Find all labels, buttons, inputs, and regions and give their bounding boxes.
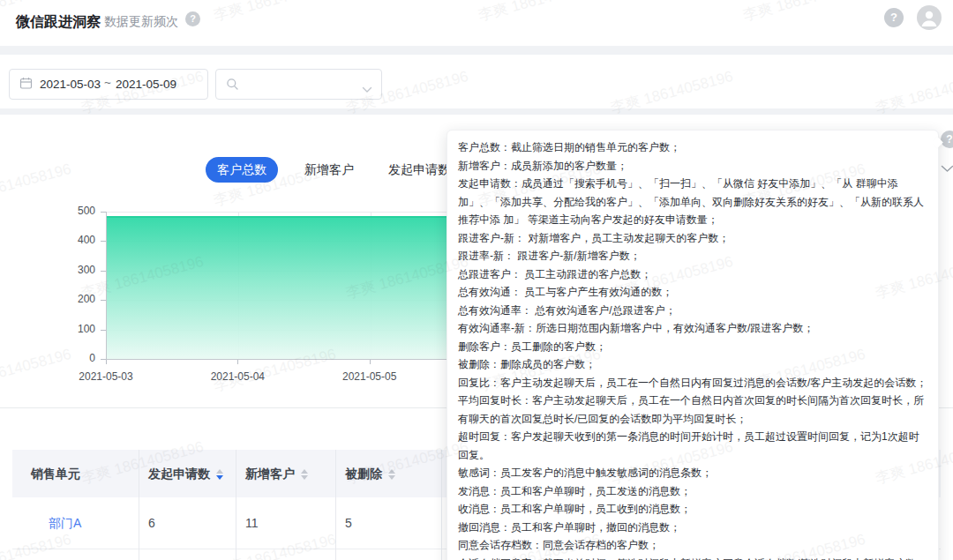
date-start-value: 2021-05-03 xyxy=(40,70,101,99)
metric-definition: 总有效沟通： 员工与客户产生有效沟通的数； xyxy=(458,283,927,302)
x-tick-label: 2021-05-03 xyxy=(79,370,132,383)
x-tick-mark xyxy=(106,360,107,364)
x-tick-mark xyxy=(370,360,371,364)
filter-bar: 2021-05-03 ~ 2021-05-09 xyxy=(0,55,953,108)
sort-desc-caret xyxy=(388,475,395,480)
metric-definition: 撤回消息：员工和客户单聊时，撤回的消息数； xyxy=(458,519,927,537)
column-separator xyxy=(139,450,139,560)
metric-definition: 发起申请数：成员通过「搜索手机号」、「扫一扫」、「从微信 好友中添加」、「从 群… xyxy=(458,175,927,229)
metric-definition: 被删除：删除成员的客户数； xyxy=(458,355,927,374)
sort-icon[interactable] xyxy=(301,469,309,480)
tab-apply-count[interactable]: 发起申请数 xyxy=(388,157,450,183)
metric-definition: 会话存档同意率：截至当前时间，筛选时间段内新增客户同意会话存档数/筛选时间段内新… xyxy=(458,555,927,560)
table-cell: 5 xyxy=(345,497,352,549)
avatar[interactable] xyxy=(917,5,942,30)
column-separator xyxy=(236,450,236,560)
metric-definition: 新增客户：成员新添加的客户数量； xyxy=(458,157,927,175)
metric-definition: 超时回复：客户发起聊天收到的第一条消息的时间开始计时，员工超过设置时间回复，记为… xyxy=(458,428,927,464)
column-separator xyxy=(441,450,442,560)
date-range-picker[interactable]: 2021-05-03 ~ 2021-05-09 xyxy=(9,69,208,100)
unit-search-select[interactable] xyxy=(215,69,382,100)
metric-definition: 回复比：客户主动发起聊天后，员工在一个自然日内有回复过消息的会话数/客户主动发起… xyxy=(458,374,927,392)
column-header-label: 被删除 xyxy=(345,467,382,481)
chevron-down-icon xyxy=(362,81,372,97)
sort-icon[interactable] xyxy=(216,469,224,480)
date-separator: ~ xyxy=(104,68,111,97)
metric-definition: 平均回复时长：客户主动发起聊天后，员工在一个自然日内首次回复的时长间隔为首次回复… xyxy=(458,392,927,428)
collapse-chevron-icon[interactable] xyxy=(941,161,953,176)
y-tick-label: 200 xyxy=(55,293,95,305)
metric-definition: 总跟进客户： 员工主动跟进的客户总数； xyxy=(458,265,927,284)
y-tick-label: 500 xyxy=(55,205,95,217)
x-tick-label: 2021-05-04 xyxy=(211,370,265,383)
sort-asc-caret xyxy=(388,469,395,474)
column-header-label: 销售单元 xyxy=(31,467,80,481)
column-header-label: 新增客户 xyxy=(245,467,295,481)
update-frequency-label[interactable]: 数据更新频次 xyxy=(104,14,178,30)
metric-definition: 跟进客户-新： 对新增客户，员工主动发起聊天的客户数； xyxy=(458,229,927,248)
metric-definition: 客户总数：截止筛选日期的销售单元的客户数； xyxy=(458,138,927,157)
x-tick-mark xyxy=(237,360,238,364)
table-cell: 11 xyxy=(245,497,259,549)
update-frequency-help-icon[interactable]: ? xyxy=(185,11,200,26)
sort-desc-caret xyxy=(301,475,308,480)
y-tick-label: 300 xyxy=(55,264,95,276)
chart-help-icon[interactable]: ? xyxy=(941,131,953,148)
user-icon xyxy=(917,5,942,30)
sort-icon[interactable] xyxy=(388,469,396,480)
y-tick-label: 400 xyxy=(55,234,95,246)
y-tick-label: 100 xyxy=(55,323,95,335)
top-bar: 微信跟进洞察 数据更新频次 ? ? xyxy=(0,0,953,46)
calendar-icon xyxy=(19,77,33,93)
y-tick-label: 0 xyxy=(55,352,95,364)
column-header-1[interactable]: 发起申请数 xyxy=(148,450,224,497)
divider-strip xyxy=(0,46,953,55)
sort-asc-caret xyxy=(216,469,223,474)
column-header-0: 销售单元 xyxy=(31,450,80,497)
column-separator xyxy=(335,450,336,560)
metric-definition: 总有效沟通率： 总有效沟通客户/总跟进客户； xyxy=(458,302,927,320)
sort-desc-caret xyxy=(216,475,223,480)
table-cell: 6 xyxy=(148,497,155,549)
tab-new-customer[interactable]: 新增客户 xyxy=(304,157,354,183)
metric-definition: 同意会话存档数：同意会话存档的客户数； xyxy=(458,536,927,555)
metric-definition: 有效沟通率-新：所选日期范围内新增客户中，有效沟通客户数/跟进客户数； xyxy=(458,319,927,338)
column-header-3[interactable]: 被删除 xyxy=(345,450,396,497)
search-icon xyxy=(226,78,239,94)
sales-unit-link[interactable]: 部门A xyxy=(49,497,81,549)
metric-definition: 删除客户：员工删除的客户数； xyxy=(458,338,927,356)
metric-definitions-tooltip: 客户总数：截止筛选日期的销售单元的客户数；新增客户：成员新添加的客户数量；发起申… xyxy=(446,130,939,560)
tab-customer-total[interactable]: 客户总数 xyxy=(206,157,278,183)
metric-definition: 敏感词：员工发客户的消息中触发敏感词的消息条数； xyxy=(458,464,927,482)
metric-definition: 收消息：员工和客户单聊时，员工收到的消息数； xyxy=(458,500,927,519)
column-header-2[interactable]: 新增客户 xyxy=(245,450,309,497)
metric-definition: 跟进率-新： 跟进客户-新/新增客户数； xyxy=(458,247,927,265)
date-end-value: 2021-05-09 xyxy=(116,70,176,99)
help-icon[interactable]: ? xyxy=(884,8,904,27)
divider-strip xyxy=(0,108,953,115)
metric-definition: 发消息：员工和客户单聊时，员工发送的消息数； xyxy=(458,482,927,501)
page-title: 微信跟进洞察 xyxy=(16,13,101,32)
x-tick-label: 2021-05-05 xyxy=(342,370,396,383)
column-header-label: 发起申请数 xyxy=(148,467,210,481)
sort-asc-caret xyxy=(301,469,308,474)
